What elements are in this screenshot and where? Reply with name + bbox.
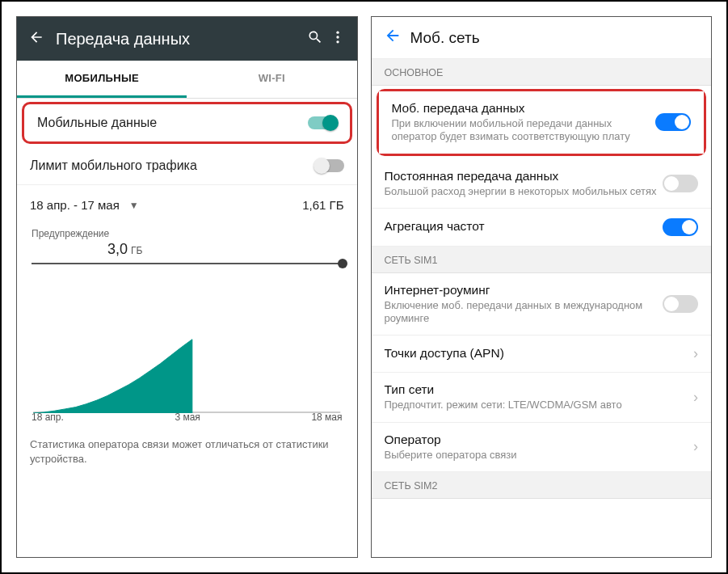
roaming-toggle[interactable] (663, 295, 698, 313)
page-title: Моб. сеть (404, 29, 480, 47)
row-roaming[interactable]: Интернет-роуминг Включение моб. передачи… (372, 273, 712, 336)
back-arrow-icon[interactable] (25, 29, 48, 49)
phone-right: Моб. сеть ОСНОВНОЕ Моб. передача данных … (371, 16, 713, 558)
roaming-sub: Включение моб. передачи данных в междуна… (385, 299, 663, 326)
row-operator[interactable]: Оператор Выберите оператора связи › (372, 423, 712, 472)
row-limit[interactable]: Лимит мобильного трафика (17, 147, 357, 185)
highlight-mobile-data: Моб. передача данных При включении мобил… (377, 89, 707, 156)
page-title: Передача данных (48, 30, 304, 49)
always-on-toggle[interactable] (663, 175, 698, 192)
highlight-mobile-data: Мобильные данные (22, 102, 352, 144)
apn-title: Точки доступа (APN) (385, 346, 694, 361)
phone-left: Передача данных МОБИЛЬНЫЕ WI-FI Мобильны… (16, 16, 358, 558)
section-sim2: СЕТЬ SIM2 (372, 472, 712, 499)
mob-data-sub: При включении мобильной передачи данных … (392, 117, 656, 144)
always-on-sub: Большой расход энергии в некоторых мобил… (385, 185, 663, 198)
warning-slider[interactable] (32, 263, 343, 264)
svg-point-0 (336, 31, 339, 33)
more-icon[interactable] (326, 29, 349, 49)
mobile-data-label: Мобильные данные (37, 116, 308, 130)
always-on-title: Постоянная передача данных (385, 169, 663, 184)
mob-data-title: Моб. передача данных (392, 101, 656, 116)
aggregation-title: Агрегация частот (385, 219, 663, 234)
appbar: Передача данных (17, 17, 357, 61)
appbar-light: Моб. сеть (372, 17, 712, 59)
operator-title: Оператор (385, 433, 694, 447)
back-arrow-icon[interactable] (381, 27, 404, 49)
row-mob-data[interactable]: Моб. передача данных При включении мобил… (379, 91, 705, 154)
search-icon[interactable] (304, 29, 326, 49)
limit-toggle[interactable] (315, 159, 344, 172)
tab-wifi[interactable]: WI-FI (187, 61, 356, 98)
operator-sub: Выберите оператора связи (385, 449, 694, 462)
limit-label: Лимит мобильного трафика (30, 158, 315, 173)
svg-point-1 (336, 36, 339, 38)
row-apn[interactable]: Точки доступа (APN) › (372, 336, 712, 373)
section-main: ОСНОВНОЕ (372, 59, 712, 86)
svg-point-2 (336, 40, 339, 43)
net-type-title: Тип сети (385, 382, 694, 397)
warning-label: Предупреждение (32, 228, 109, 239)
warning-value: 3,0 (107, 241, 128, 258)
chevron-right-icon: › (693, 345, 698, 362)
axis-start: 18 апр. (32, 412, 64, 423)
aggregation-toggle[interactable] (663, 218, 698, 236)
roaming-title: Интернет-роуминг (385, 283, 663, 298)
disclaimer-text: Статистика оператора связи может отличат… (17, 428, 357, 467)
mob-data-toggle[interactable] (655, 113, 691, 131)
row-always-on[interactable]: Постоянная передача данных Большой расхо… (372, 159, 712, 209)
cycle-range: 18 апр. - 17 мая (30, 198, 120, 212)
chevron-down-icon: ▼ (129, 200, 139, 211)
area-chart (32, 276, 343, 413)
row-net-type[interactable]: Тип сети Предпочтит. режим сети: LTE/WCD… (372, 373, 712, 422)
section-sim1: СЕТЬ SIM1 (372, 247, 712, 273)
usage-chart: Предупреждение 3,0 ГБ 18 апр. 3 мая 18 м… (17, 220, 357, 428)
tab-mobile[interactable]: МОБИЛЬНЫЕ (17, 61, 187, 98)
row-aggregation[interactable]: Агрегация частот (372, 209, 712, 247)
row-mobile-data[interactable]: Мобильные данные (24, 104, 350, 141)
row-cycle[interactable]: 18 апр. - 17 мая ▼ 1,61 ГБ (17, 185, 357, 220)
cycle-usage: 1,61 ГБ (302, 198, 343, 212)
axis-mid: 3 мая (175, 412, 200, 423)
chevron-right-icon: › (693, 438, 698, 455)
tabs: МОБИЛЬНЫЕ WI-FI (17, 61, 357, 99)
mobile-data-toggle[interactable] (308, 116, 337, 129)
chevron-right-icon: › (693, 389, 698, 406)
warning-unit: ГБ (131, 245, 142, 256)
axis-end: 18 мая (311, 412, 342, 423)
net-type-sub: Предпочтит. режим сети: LTE/WCDMA/GSM ав… (385, 399, 694, 412)
